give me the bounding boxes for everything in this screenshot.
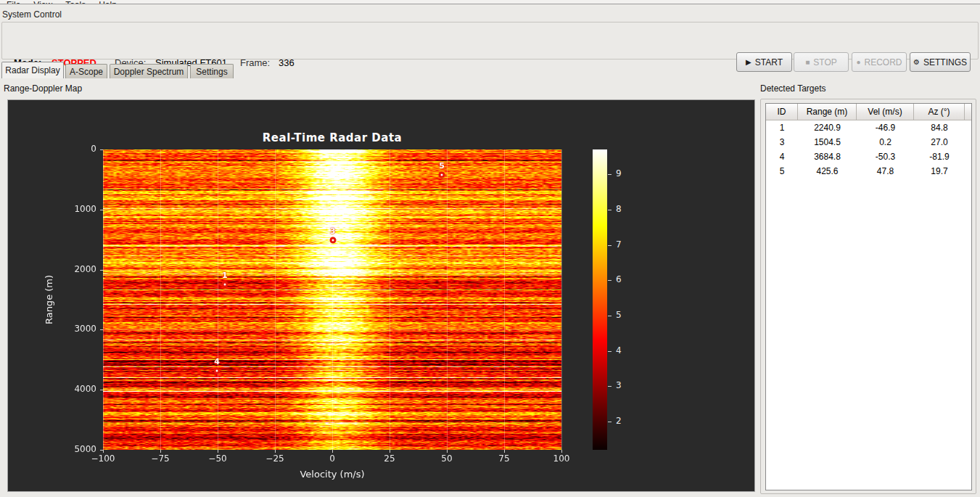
table-cell: 3 [766, 137, 798, 147]
ytick-mark [100, 329, 103, 330]
colorbar [593, 149, 607, 450]
table-cell: 47.8 [857, 166, 914, 176]
heatmap-canvas [103, 149, 561, 450]
ytick-label: 0 [53, 144, 96, 154]
table-header-id[interactable]: ID [766, 104, 798, 120]
xtick-label: −50 [194, 453, 241, 464]
table-cell: -81.9 [914, 152, 965, 162]
colorbar-tick-label: 7 [616, 239, 622, 250]
xtick-mark [218, 450, 218, 453]
plot-title: Real-Time Radar Data [103, 131, 561, 144]
table-header-az[interactable]: Az (°) [914, 104, 965, 120]
table-cell: 4 [766, 152, 798, 162]
xtick-label: −100 [80, 453, 126, 464]
colorbar-tick-label: 3 [616, 380, 622, 390]
ytick-mark [100, 450, 103, 451]
table-cell: 1 [766, 123, 798, 133]
x-axis-label: Velocity (m/s) [103, 469, 561, 480]
colorbar-tick-label: 8 [616, 204, 622, 214]
xtick-mark [103, 450, 104, 453]
detected-targets-label: Detected Targets [760, 83, 826, 94]
y-axis-label: Range (m) [44, 275, 54, 324]
ytick-label: 1000 [53, 204, 96, 214]
range-doppler-map-label: Range-Doppler Map [4, 83, 82, 94]
table-cell: 1504.5 [798, 137, 857, 147]
tab-label: Doppler Spectrum [114, 67, 184, 77]
table-cell: 425.6 [798, 166, 857, 176]
xtick-mark [447, 450, 448, 453]
menu-item-tools[interactable]: Tools [59, 0, 92, 4]
xtick-mark [390, 450, 390, 453]
ytick-mark [100, 270, 103, 271]
system-control-groupbox: Mode: STOPPED Device: Simulated FT601 Fr… [1, 22, 979, 59]
colorbar-tick-mark [608, 280, 612, 281]
ytick-mark [100, 149, 103, 150]
menu-item-help[interactable]: Help [92, 0, 123, 4]
colorbar-tick-mark [608, 174, 612, 175]
colorbar-tick-mark [608, 386, 612, 387]
colorbar-tick-mark [608, 316, 612, 316]
xtick-label: −75 [137, 453, 184, 464]
table-row-target-1[interactable]: 12240.9-46.984.8 [766, 120, 971, 135]
colorbar-tick-label: 9 [616, 168, 622, 178]
colorbar-tick-mark [608, 245, 612, 246]
xtick-label: 50 [424, 453, 470, 464]
tab-settings[interactable]: Settings [190, 64, 234, 78]
xtick-mark [504, 450, 505, 453]
table-header-row: IDRange (m)Vel (m/s)Az (°) [766, 104, 971, 120]
table-header-range-m[interactable]: Range (m) [798, 104, 857, 120]
colorbar-tick-mark [608, 422, 612, 422]
tab-label: Settings [196, 67, 227, 77]
detected-targets-groupbox: IDRange (m)Vel (m/s)Az (°) 12240.9-46.98… [760, 99, 976, 494]
ytick-label: 2000 [53, 264, 96, 274]
table-cell: 0.2 [857, 137, 914, 147]
tab-label: Radar Display [5, 65, 59, 75]
table-body: 12240.9-46.984.831504.50.227.043684.8-50… [766, 120, 971, 178]
ytick-label: 4000 [53, 384, 96, 394]
table-header-vel-m-s[interactable]: Vel (m/s) [857, 104, 914, 120]
tab-bar: Radar DisplayA-ScopeDoppler SpectrumSett… [0, 62, 980, 78]
colorbar-tick-label: 4 [616, 345, 622, 356]
table-cell: 5 [766, 166, 798, 176]
colorbar-tick-label: 6 [616, 274, 622, 284]
table-row-target-5[interactable]: 5425.647.819.7 [766, 164, 971, 178]
xtick-label: −25 [252, 453, 298, 464]
table-row-target-4[interactable]: 43684.8-50.3-81.9 [766, 149, 971, 164]
tab-radar-display[interactable]: Radar Display [1, 62, 64, 78]
gridline-x-100 [561, 149, 562, 450]
menu-item-file[interactable]: File [0, 0, 27, 4]
menu-bar: FileViewToolsHelp [0, 0, 980, 4]
colorbar-tick-label: 5 [616, 310, 622, 320]
xtick-mark [275, 450, 276, 453]
detected-targets-table: IDRange (m)Vel (m/s)Az (°) 12240.9-46.98… [765, 103, 972, 490]
xtick-label: 0 [309, 453, 355, 464]
ytick-label: 3000 [53, 324, 96, 334]
colorbar-tick-mark [608, 351, 612, 352]
xtick-mark [332, 450, 333, 453]
xtick-mark [160, 450, 161, 453]
xtick-label: 25 [366, 453, 413, 464]
ytick-mark [100, 210, 103, 210]
table-header-filler [965, 104, 971, 120]
tab-doppler-spectrum[interactable]: Doppler Spectrum [110, 64, 188, 78]
table-cell: 27.0 [914, 137, 965, 147]
table-cell: 84.8 [914, 123, 965, 133]
system-control-title: System Control [2, 9, 62, 20]
ytick-label: 5000 [53, 444, 96, 454]
colorbar-tick-mark [608, 210, 612, 210]
radar-app-window: { "menu": { "items": ["File", "View", "T… [0, 0, 980, 497]
range-doppler-plot-panel: Real-Time Radar Data −100−75−50−25025507… [7, 99, 755, 492]
table-cell: 19.7 [914, 166, 965, 176]
table-cell: -46.9 [857, 123, 914, 133]
xtick-label: 100 [538, 453, 585, 464]
menu-item-view[interactable]: View [27, 0, 59, 4]
tab-label: A-Scope [70, 67, 103, 77]
ytick-mark [100, 390, 103, 390]
table-row-target-3[interactable]: 31504.50.227.0 [766, 135, 971, 149]
table-cell: -50.3 [857, 152, 914, 162]
xtick-mark [561, 450, 562, 453]
colorbar-tick-label: 2 [616, 416, 622, 426]
table-cell: 2240.9 [798, 123, 857, 133]
tab-a-scope[interactable]: A-Scope [65, 64, 107, 78]
xtick-label: 75 [481, 453, 527, 464]
